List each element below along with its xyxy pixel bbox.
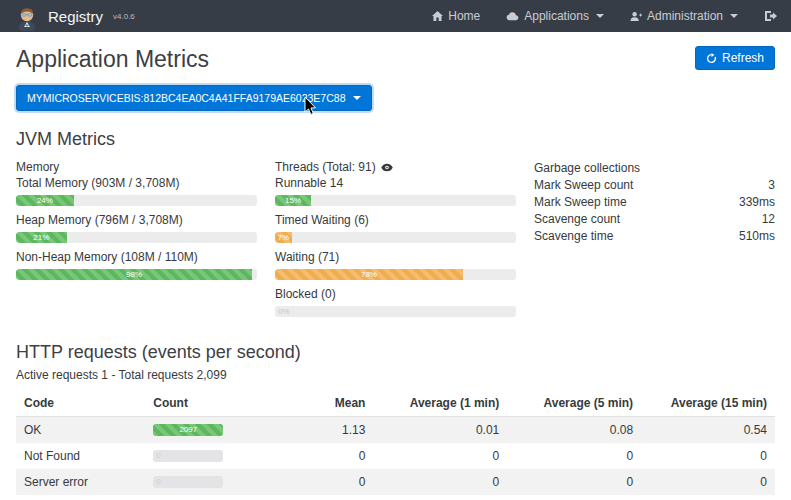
brand[interactable]: Registry v4.0.6	[14, 1, 135, 31]
http-mean: 0	[275, 443, 374, 469]
runnable-bar: 15%	[275, 195, 311, 206]
navbar: Registry v4.0.6 Home Applications Admini…	[0, 0, 791, 32]
timed-waiting-progress: 7%	[275, 232, 516, 243]
chevron-down-icon	[353, 96, 361, 100]
http-requests-table: Code Count Mean Average (1 min) Average …	[16, 390, 775, 495]
gc-row: Mark Sweep count 3	[534, 177, 775, 194]
http-count-cell: 0	[145, 469, 274, 495]
jvm-metrics-title: JVM Metrics	[16, 129, 775, 150]
gc-row: Mark Sweep time 339ms	[534, 194, 775, 211]
sign-out-icon	[764, 10, 777, 22]
home-icon	[432, 11, 443, 22]
count-bar: 0	[153, 476, 223, 488]
runnable-label: Runnable 14	[275, 176, 516, 190]
http-avg15: 0	[641, 469, 775, 495]
refresh-button[interactable]: Refresh	[695, 46, 775, 70]
nav-item-administration[interactable]: Administration	[630, 9, 738, 23]
gc-value: 510ms	[739, 228, 775, 245]
cloud-icon	[506, 11, 519, 21]
gc-value: 12	[762, 211, 775, 228]
http-avg1: 0	[373, 469, 507, 495]
waiting-label: Waiting (71)	[275, 250, 516, 264]
http-code: Server error	[16, 469, 145, 495]
sign-out-button[interactable]	[764, 10, 777, 22]
nav-item-home[interactable]: Home	[432, 9, 480, 23]
nav-item-applications[interactable]: Applications	[506, 9, 604, 23]
col-code: Code	[16, 390, 145, 417]
http-avg5: 0	[507, 469, 641, 495]
gc-label: Mark Sweep time	[534, 194, 627, 211]
instance-selector-label: MYMICROSERVICEBIS:812BC4EA0C4A41FFA9179A…	[27, 92, 345, 104]
waiting-bar: 78%	[275, 269, 463, 280]
nav-administration-label: Administration	[647, 9, 723, 23]
memory-title: Memory	[16, 160, 257, 174]
chevron-down-icon	[596, 14, 604, 18]
gc-row: Scavenge count 12	[534, 211, 775, 228]
http-avg15: 0	[641, 443, 775, 469]
gc-value: 339ms	[739, 194, 775, 211]
timed-waiting-bar: 7%	[275, 232, 292, 243]
col-avg15: Average (15 min)	[641, 390, 775, 417]
brand-version: v4.0.6	[113, 12, 135, 21]
heap-memory-label: Heap Memory (796M / 3,708M)	[16, 213, 257, 227]
nav-applications-label: Applications	[524, 9, 589, 23]
count-bar: 2097	[153, 424, 223, 436]
blocked-bar: 0%	[275, 306, 516, 317]
table-row: Server error 0 0 0 0 0	[16, 469, 775, 495]
gc-label: Scavenge count	[534, 211, 620, 228]
jhipster-avatar-logo	[14, 5, 40, 31]
blocked-progress: 0%	[275, 306, 516, 317]
http-code: OK	[16, 417, 145, 444]
count-bar: 0	[153, 450, 223, 462]
http-count-cell: 0	[145, 443, 274, 469]
nav-home-label: Home	[448, 9, 480, 23]
http-avg15: 0.54	[641, 417, 775, 444]
http-count-cell: 2097	[145, 417, 274, 444]
refresh-icon	[706, 53, 717, 64]
nonheap-memory-progress: 98%	[16, 269, 257, 280]
table-row: Not Found 0 0 0 0 0	[16, 443, 775, 469]
gc-title: Garbage collections	[534, 160, 640, 177]
memory-column: Memory Total Memory (903M / 3,708M) 24% …	[16, 160, 257, 324]
heap-memory-bar: 21%	[16, 232, 67, 243]
page-title: Application Metrics	[16, 46, 209, 73]
gc-value: 3	[768, 177, 775, 194]
waiting-progress: 78%	[275, 269, 516, 280]
instance-selector-dropdown[interactable]: MYMICROSERVICEBIS:812BC4EA0C4A41FFA9179A…	[16, 85, 372, 111]
http-requests-title: HTTP requests (events per second)	[16, 342, 775, 363]
col-avg1: Average (1 min)	[373, 390, 507, 417]
total-memory-label: Total Memory (903M / 3,708M)	[16, 176, 257, 190]
col-count: Count	[145, 390, 274, 417]
gc-row: Scavenge time 510ms	[534, 228, 775, 245]
heap-memory-progress: 21%	[16, 232, 257, 243]
gc-title-row: Garbage collections	[534, 160, 775, 177]
gc-column: Garbage collections Mark Sweep count 3 M…	[534, 160, 775, 324]
col-avg5: Average (5 min)	[507, 390, 641, 417]
http-code: Not Found	[16, 443, 145, 469]
brand-name: Registry	[48, 8, 103, 25]
threads-title: Threads (Total: 91)	[275, 160, 376, 174]
chevron-down-icon	[730, 14, 738, 18]
http-avg5: 0.08	[507, 417, 641, 444]
nav-links: Home Applications Administration	[432, 9, 777, 23]
user-plus-icon	[630, 11, 642, 22]
http-avg1: 0.01	[373, 417, 507, 444]
threads-column: Threads (Total: 91) Runnable 14 15% Time…	[275, 160, 516, 324]
http-avg1: 0	[373, 443, 507, 469]
eye-icon[interactable]	[381, 163, 393, 172]
http-mean: 0	[275, 469, 374, 495]
total-memory-bar: 24%	[16, 195, 74, 206]
page-header: Application Metrics Refresh	[16, 46, 775, 73]
blocked-label: Blocked (0)	[275, 287, 516, 301]
nonheap-memory-label: Non-Heap Memory (108M / 110M)	[16, 250, 257, 264]
http-mean: 1.13	[275, 417, 374, 444]
jvm-metrics-grid: Memory Total Memory (903M / 3,708M) 24% …	[16, 160, 775, 324]
gc-label: Scavenge time	[534, 228, 613, 245]
runnable-progress: 15%	[275, 195, 516, 206]
main-content: Application Metrics Refresh MYMICROSERVI…	[0, 32, 791, 500]
table-row: OK 2097 1.13 0.01 0.08 0.54	[16, 417, 775, 444]
http-avg5: 0	[507, 443, 641, 469]
col-mean: Mean	[275, 390, 374, 417]
total-memory-progress: 24%	[16, 195, 257, 206]
nonheap-memory-bar: 98%	[16, 269, 252, 280]
